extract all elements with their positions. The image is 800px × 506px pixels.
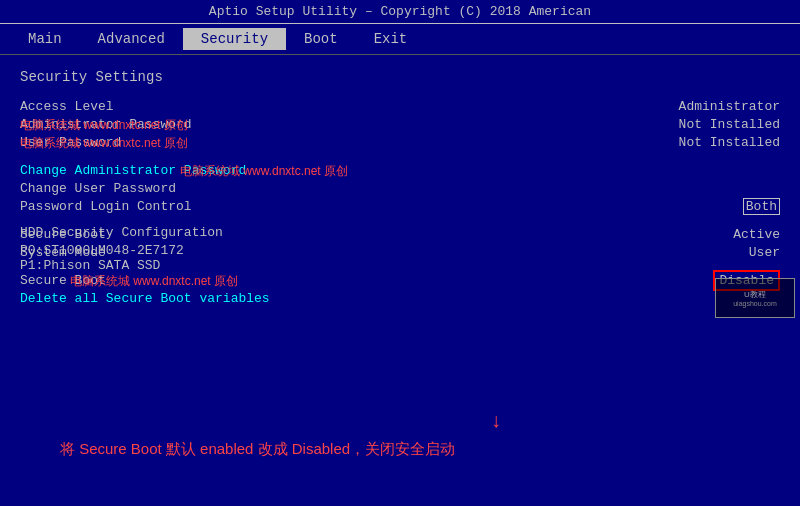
title-text: Aptio Setup Utility – Copyright (C) 2018… [209, 4, 591, 19]
row-password-login-control[interactable]: Password Login Control Both [20, 199, 780, 214]
value-admin-password: Not Installed [580, 117, 780, 132]
row-admin-password: Administrator Password Not Installed 电脑系… [20, 117, 780, 132]
row-secure-boot-toggle[interactable]: Secure Boot 电脑系统城 www.dnxtc.net 原创 Disab… [20, 273, 780, 288]
row-user-password: User Password Not Installed 电脑系统城 www.dn… [20, 135, 780, 150]
value-system-mode: User [580, 245, 780, 260]
menu-security[interactable]: Security [183, 28, 286, 50]
arrow-icon: ↓ [490, 410, 502, 433]
section-title: Security Settings [20, 69, 780, 85]
value-access-level: Administrator [580, 99, 780, 114]
row-delete-secure-boot[interactable]: Delete all Secure Boot variables [20, 291, 780, 306]
row-access-level: Access Level Administrator [20, 99, 780, 114]
content-area: Security Settings Access Level Administr… [0, 55, 800, 323]
row-change-admin-password[interactable]: Change Administrator Password 电脑系统域 www.… [20, 163, 780, 178]
row-change-user-password[interactable]: Change User Password [20, 181, 780, 196]
value-user-password: Not Installed [580, 135, 780, 150]
label-admin-password: Administrator Password [20, 117, 192, 132]
menu-boot[interactable]: Boot [286, 28, 356, 50]
hdd-section: HDD Security Configuration P0:ST1000LM04… [20, 225, 223, 273]
bracket-both: Both [743, 198, 780, 215]
menu-advanced[interactable]: Advanced [80, 28, 183, 50]
hdd-drive-0: P0:ST1000LM048-2E7172 [20, 243, 223, 258]
label-secure-boot-toggle: Secure Boot [20, 273, 106, 288]
menu-exit[interactable]: Exit [356, 28, 426, 50]
label-password-login-control: Password Login Control [20, 199, 192, 214]
label-user-password: User Password [20, 135, 121, 150]
label-change-admin-password: Change Administrator Password [20, 163, 246, 178]
title-bar: Aptio Setup Utility – Copyright (C) 2018… [0, 0, 800, 24]
bottom-logo: U教程 uiagshou.com [715, 278, 795, 318]
label-access-level: Access Level [20, 99, 114, 114]
hdd-drive-1: P1:Phison SATA SSD [20, 258, 223, 273]
hdd-title: HDD Security Configuration [20, 225, 223, 240]
value-password-login-control: Both [580, 199, 780, 214]
menu-bar: Main Advanced Security Boot Exit [0, 24, 800, 55]
instruction-text: 将 Secure Boot 默认 enabled 改成 Disabled，关闭安… [60, 440, 455, 459]
label-change-user-password: Change User Password [20, 181, 176, 196]
value-secure-boot-status: Active [580, 227, 780, 242]
settings-table: Access Level Administrator Administrator… [20, 99, 780, 306]
label-delete-secure-boot: Delete all Secure Boot variables [20, 291, 270, 306]
menu-main[interactable]: Main [10, 28, 80, 50]
